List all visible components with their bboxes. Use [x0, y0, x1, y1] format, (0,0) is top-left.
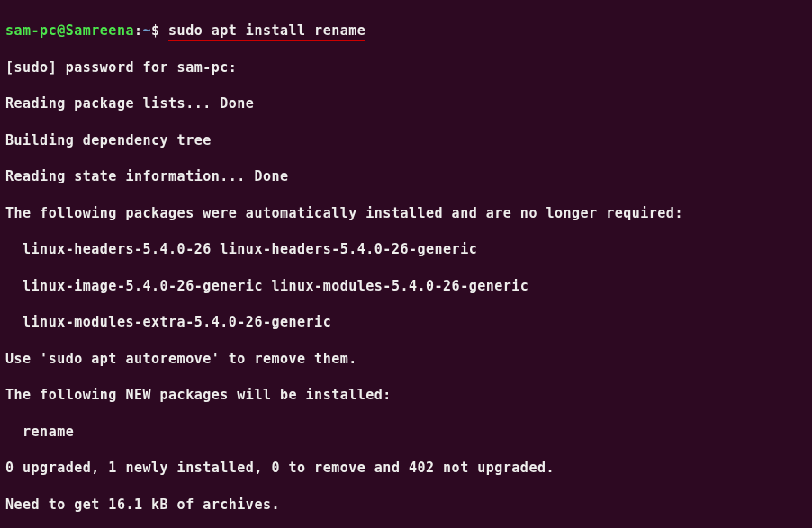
output-line: The following NEW packages will be insta… — [5, 386, 807, 404]
output-line: Reading package lists... Done — [5, 94, 807, 112]
prompt-symbol: $ — [151, 22, 160, 39]
output-line: Need to get 16.1 kB of archives. — [5, 496, 807, 514]
output-line: [sudo] password for sam-pc: — [5, 58, 807, 76]
prompt-user-host: sam-pc@Samreena — [5, 22, 134, 39]
output-line: rename — [5, 423, 807, 441]
output-line: linux-modules-extra-5.4.0-26-generic — [5, 313, 807, 331]
output-line: Reading state information... Done — [5, 167, 807, 185]
prompt-line: sam-pc@Samreena:~$ sudo apt install rena… — [5, 22, 807, 40]
prompt-separator: : — [134, 22, 143, 39]
command-text: sudo apt install rename — [168, 22, 365, 41]
output-line: Building dependency tree — [5, 131, 807, 149]
output-line: linux-image-5.4.0-26-generic linux-modul… — [5, 277, 807, 295]
terminal-window[interactable]: sam-pc@Samreena:~$ sudo apt install rena… — [5, 4, 807, 528]
output-line: Use 'sudo apt autoremove' to remove them… — [5, 350, 807, 368]
output-line: linux-headers-5.4.0-26 linux-headers-5.4… — [5, 240, 807, 258]
prompt-path: ~ — [143, 22, 152, 39]
output-line: 0 upgraded, 1 newly installed, 0 to remo… — [5, 459, 807, 477]
output-line: The following packages were automaticall… — [5, 204, 807, 222]
